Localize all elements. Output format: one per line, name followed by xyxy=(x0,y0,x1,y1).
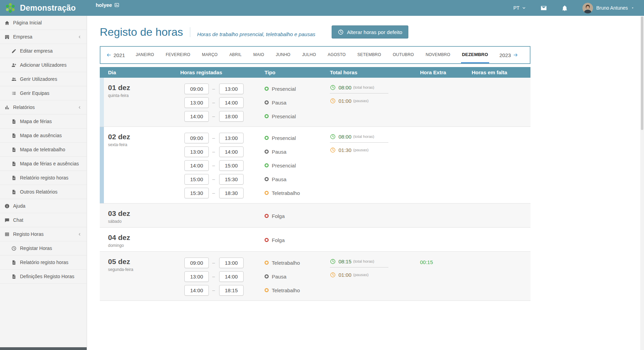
product-name: holyee xyxy=(96,2,112,8)
sidebar-item-adicionar-utilizadores[interactable]: Adicionar Utilizadores xyxy=(0,58,87,72)
user-menu[interactable]: Bruno Antunes xyxy=(582,3,634,13)
sidebar-item-empresa[interactable]: Empresa xyxy=(0,30,87,44)
teletrabalho-ring-icon xyxy=(265,288,269,292)
sidebar-item-outros-relatorios[interactable]: Outros Relatórios xyxy=(0,185,87,199)
weekday-label: quinta-feira xyxy=(108,93,176,98)
sidebar-item-gerir-utilizadores[interactable]: Gerir Utilizadores xyxy=(0,72,87,86)
time-end-input[interactable] xyxy=(219,258,244,268)
sidebar-item-mapa-de-teletrabalho[interactable]: Mapa de teletrabalho xyxy=(0,143,87,157)
time-start-input[interactable] xyxy=(184,97,209,108)
time-end-input[interactable] xyxy=(219,188,244,198)
time-end-input[interactable] xyxy=(219,271,244,282)
sidebar-item-pagina-inicial[interactable]: Página Inicial xyxy=(0,16,87,30)
pauses-suffix: (pausas) xyxy=(353,273,369,277)
time-start-input[interactable] xyxy=(184,271,209,282)
month-tab-janeiro[interactable]: JANEIRO xyxy=(135,47,155,63)
language-selector[interactable]: PT xyxy=(513,5,526,11)
time-start-input[interactable] xyxy=(184,188,209,198)
table-header: Dia Horas registadas Tipo Total horas Ho… xyxy=(100,67,530,78)
bell-icon[interactable] xyxy=(561,5,568,11)
brand[interactable]: Demonstração xyxy=(4,2,76,14)
edit-icon xyxy=(11,48,17,54)
total-cell: 08:00 (total horas) 01:00 (pausas) xyxy=(326,78,416,127)
user-name: Bruno Antunes xyxy=(596,5,628,11)
pausa-ring-icon xyxy=(265,150,269,154)
header-tipo: Tipo xyxy=(260,69,326,75)
extra-hours-value: 00:15 xyxy=(420,259,433,265)
time-range-dash: – xyxy=(212,86,215,91)
weekday-label: domingo xyxy=(108,243,176,248)
scrollbar-thumb[interactable] xyxy=(641,17,643,130)
sidebar-item-relatorio-registo-horas[interactable]: Relatório registo horas xyxy=(0,171,87,185)
type-cell: Presencial Pausa Presencial xyxy=(260,78,326,127)
month-tab-fevereiro[interactable]: FEVEREIRO xyxy=(165,47,191,63)
sidebar-item-mapa-de-ferias[interactable]: Mapa de férias xyxy=(0,114,87,129)
month-tab-novembro[interactable]: NOVEMBRO xyxy=(425,47,451,63)
time-range-dash: – xyxy=(212,176,215,182)
main-content: Registo de horas Horas de trabalho prese… xyxy=(87,16,644,350)
time-end-input[interactable] xyxy=(219,84,244,94)
type-cell: Teletrabalho Pausa Teletrabalho xyxy=(260,252,326,300)
time-end-input[interactable] xyxy=(219,133,244,143)
month-tab-maio[interactable]: MAIO xyxy=(252,47,265,63)
change-default-hours-button[interactable]: Alterar horas por defeito xyxy=(332,25,408,39)
pauses-value: 01:00 xyxy=(339,98,352,104)
mail-icon[interactable] xyxy=(540,5,547,11)
time-start-input[interactable] xyxy=(184,111,209,122)
type-cell: Presencial Pausa Presencial Pausa Teletr… xyxy=(260,127,326,203)
sidebar-item-relatorio-registo-horas-2[interactable]: Relatório registo horas xyxy=(0,255,87,270)
month-tab-marco[interactable]: MARÇO xyxy=(201,47,219,63)
time-range-dash: – xyxy=(212,274,215,279)
missing-hours-cell xyxy=(468,127,530,203)
time-end-input[interactable] xyxy=(219,285,244,296)
day-cell: 03 dez sábado xyxy=(104,204,176,227)
presencial-ring-icon xyxy=(265,87,269,91)
chevron-left-icon xyxy=(78,232,82,236)
extra-hours-cell: 00:15 xyxy=(416,252,468,300)
month-tab-agosto[interactable]: AGOSTO xyxy=(326,47,346,63)
avatar-photo xyxy=(582,3,593,13)
sidebar-item-mapa-de-ferias-e-ausencias[interactable]: Mapa de férias e ausências xyxy=(0,157,87,171)
time-end-input[interactable] xyxy=(219,97,244,108)
time-end-input[interactable] xyxy=(219,146,244,157)
sidebar-item-mapa-de-ausencias[interactable]: Mapa de ausências xyxy=(0,129,87,143)
time-start-input[interactable] xyxy=(184,285,209,296)
month-tab-dezembro[interactable]: DEZEMBRO xyxy=(461,47,489,63)
home-icon xyxy=(4,20,10,25)
sidebar-item-editar-empresa[interactable]: Editar empresa xyxy=(0,44,87,58)
month-tab-abril[interactable]: ABRIL xyxy=(228,47,243,63)
page-header: Registo de horas Horas de trabalho prese… xyxy=(100,23,644,41)
time-end-input[interactable] xyxy=(219,160,244,171)
time-start-input[interactable] xyxy=(184,174,209,185)
sidebar-item-chat[interactable]: Chat xyxy=(0,213,87,227)
time-start-input[interactable] xyxy=(184,146,209,157)
month-tab-outubro[interactable]: OUTUBRO xyxy=(392,47,415,63)
time-start-input[interactable] xyxy=(184,258,209,268)
time-start-input[interactable] xyxy=(184,160,209,171)
vertical-scrollbar[interactable] xyxy=(640,16,644,350)
clock-icon xyxy=(330,85,336,90)
missing-hours-cell xyxy=(468,252,530,300)
sidebar-item-registar-horas[interactable]: Registar Horas xyxy=(0,241,87,255)
month-tab-junho[interactable]: JUNHO xyxy=(275,47,291,63)
clock-icon xyxy=(330,98,336,104)
day-cell: 01 dez quinta-feira xyxy=(104,78,176,127)
table-row-01-dez: 01 dez quinta-feira – – – xyxy=(100,78,530,127)
time-end-input[interactable] xyxy=(219,111,244,122)
prev-year-button[interactable]: 2021 xyxy=(106,47,125,63)
time-end-input[interactable] xyxy=(219,174,244,185)
users-icon xyxy=(11,77,17,82)
sidebar-item-gerir-equipas[interactable]: Gerir Equipas xyxy=(0,86,87,100)
time-start-input[interactable] xyxy=(184,133,209,143)
sidebar-item-ajuda[interactable]: Ajuda xyxy=(0,199,87,213)
image-icon xyxy=(114,2,119,8)
month-tab-setembro[interactable]: SETEMBRO xyxy=(356,47,382,63)
sidebar-item-relatorios[interactable]: Relatórios xyxy=(0,100,87,114)
clock-icon xyxy=(330,259,336,264)
next-year-button[interactable]: 2023 xyxy=(500,47,518,63)
month-tab-julho[interactable]: JULHO xyxy=(301,47,317,63)
sidebar-item-registo-horas[interactable]: Registo Horas xyxy=(0,227,87,241)
time-start-input[interactable] xyxy=(184,84,209,94)
extra-hours-cell xyxy=(416,127,468,203)
sidebar-item-definicoes-registo-horas[interactable]: Definições Registo Horas xyxy=(0,270,87,284)
